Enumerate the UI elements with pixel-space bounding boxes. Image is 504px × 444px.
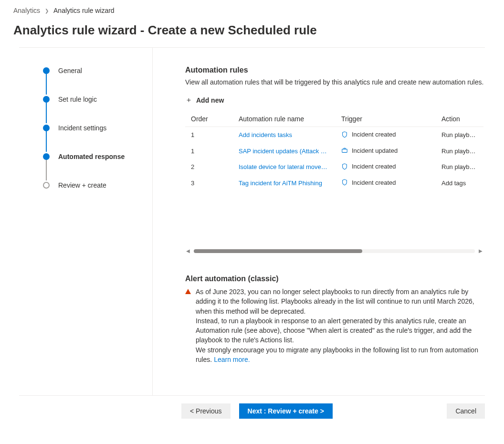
step-dot-icon	[43, 96, 50, 103]
cancel-button[interactable]: Cancel	[447, 403, 485, 419]
breadcrumb: Analytics ❯ Analytics rule wizard	[0, 0, 504, 19]
automation-rules-title: Automation rules	[185, 66, 485, 74]
col-order[interactable]: Order	[185, 111, 233, 127]
cell-action: Run playbook	[436, 143, 483, 159]
step-dot-icon	[43, 153, 50, 160]
shield-icon	[341, 179, 348, 186]
breadcrumb-current: Analytics rule wizard	[53, 7, 115, 14]
briefcase-icon	[341, 147, 348, 154]
next-button[interactable]: Next : Review + create >	[239, 403, 333, 419]
content-wrap: General Set rule logic Incident settings…	[19, 47, 485, 396]
page-title: Analytics rule wizard - Create a new Sch…	[0, 19, 504, 47]
cell-trigger: Incident updated	[336, 143, 436, 159]
step-connector	[46, 159, 47, 180]
wizard-footer: < Previous Next : Review + create > Canc…	[0, 396, 504, 426]
step-label: Incident settings	[58, 124, 106, 132]
cell-trigger: Incident created	[336, 159, 436, 175]
cell-name-link[interactable]: Add incidents tasks	[233, 127, 336, 143]
step-connector	[46, 131, 47, 152]
table-row[interactable]: 1 SAP incident updates (Attack disruptio…	[185, 143, 483, 159]
cell-trigger: Incident created	[336, 127, 436, 143]
alert-automation-title: Alert automation (classic)	[185, 275, 483, 283]
breadcrumb-root[interactable]: Analytics	[13, 7, 40, 14]
horizontal-scrollbar[interactable]: ◀ ▶	[185, 248, 483, 254]
learn-more-link[interactable]: Learn more.	[214, 356, 250, 363]
step-dot-icon	[43, 67, 50, 74]
cell-order: 3	[185, 175, 233, 191]
shield-icon	[341, 131, 348, 138]
step-general[interactable]: General	[43, 67, 143, 74]
step-label: Review + create	[58, 181, 106, 189]
col-name[interactable]: Automation rule name	[233, 111, 336, 127]
table-row[interactable]: 3 Tag incident for AiTM Phishing Inciden…	[185, 175, 483, 191]
step-label: Set rule logic	[58, 95, 97, 103]
warning-text: As of June 2023, you can no longer selec…	[196, 287, 483, 364]
step-set-rule-logic[interactable]: Set rule logic	[43, 95, 143, 103]
cell-action: Run playbook	[436, 127, 483, 143]
svg-rect-0	[342, 149, 347, 152]
cell-name-link[interactable]: Tag incident for AiTM Phishing	[233, 175, 336, 191]
shield-icon	[341, 163, 348, 170]
table-row[interactable]: 1 Add incidents tasks Incident created R…	[185, 127, 483, 143]
add-new-label: Add new	[196, 96, 224, 104]
cell-name-link[interactable]: SAP incident updates (Attack disruption)	[233, 143, 336, 159]
col-action[interactable]: Action	[436, 111, 483, 127]
warning-icon	[185, 289, 191, 294]
step-review-create[interactable]: Review + create	[43, 181, 143, 189]
cell-name-link[interactable]: Isolate device for lateral movement tag	[233, 159, 336, 175]
step-connector	[46, 74, 47, 95]
step-incident-settings[interactable]: Incident settings	[43, 124, 143, 132]
cell-trigger: Incident created	[336, 175, 436, 191]
automation-rules-description: View all automation rules that will be t…	[185, 78, 485, 86]
add-new-button[interactable]: ＋ Add new	[185, 95, 485, 105]
previous-button[interactable]: < Previous	[181, 403, 231, 419]
wizard-stepper: General Set rule logic Incident settings…	[19, 48, 153, 395]
scroll-left-icon[interactable]: ◀	[185, 248, 191, 254]
scroll-right-icon[interactable]: ▶	[478, 248, 483, 254]
step-dot-icon	[43, 182, 50, 189]
plus-icon: ＋	[185, 95, 192, 105]
table-row[interactable]: 2 Isolate device for lateral movement ta…	[185, 159, 483, 175]
cell-order: 2	[185, 159, 233, 175]
step-automated-response[interactable]: Automated response	[43, 153, 143, 160]
col-trigger[interactable]: Trigger	[336, 111, 436, 127]
cell-action: Run playbook	[436, 159, 483, 175]
cell-order: 1	[185, 127, 233, 143]
step-label: Automated response	[58, 153, 125, 160]
cell-order: 1	[185, 143, 233, 159]
step-connector	[46, 102, 47, 123]
scroll-thumb[interactable]	[194, 249, 362, 253]
main-panel: Automation rules View all automation rul…	[153, 48, 485, 395]
step-label: General	[58, 67, 82, 74]
chevron-right-icon: ❯	[45, 8, 49, 13]
scroll-track[interactable]	[194, 249, 475, 253]
step-dot-icon	[43, 125, 50, 131]
cell-action: Add tags	[436, 175, 483, 191]
automation-rules-table: Order Automation rule name Trigger Actio…	[185, 111, 483, 191]
